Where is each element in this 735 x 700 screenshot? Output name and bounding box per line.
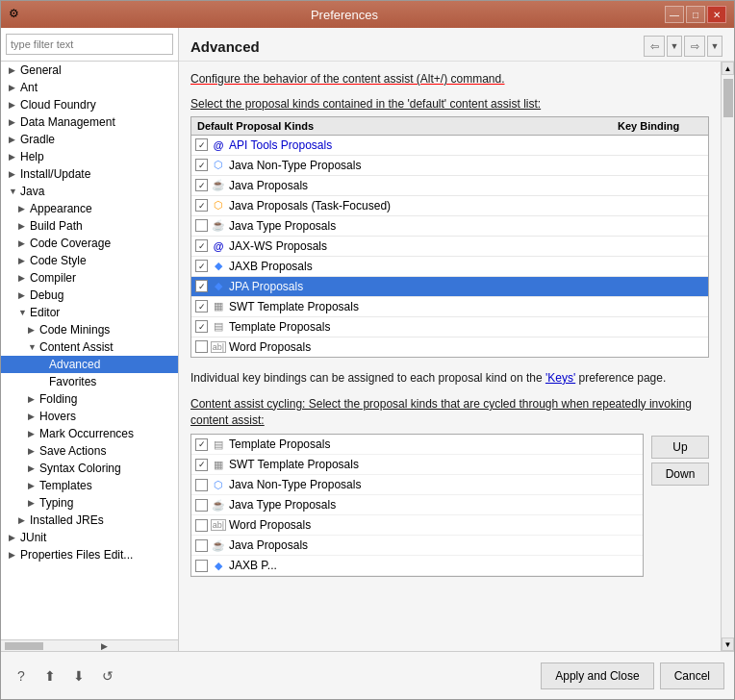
search-input[interactable] xyxy=(6,34,173,55)
sidebar-item-gradle[interactable]: ▶Gradle xyxy=(1,131,178,148)
sidebar-item-help[interactable]: ▶Help xyxy=(1,148,178,165)
sidebar-item-build-path[interactable]: ▶Build Path xyxy=(1,217,178,235)
table-row[interactable]: ▤Template Proposals xyxy=(191,317,708,338)
sidebar-item-syntax-coloring[interactable]: ▶Syntax Coloring xyxy=(1,460,178,477)
cycling-list-item[interactable]: ☕Java Type Proposals xyxy=(191,495,643,515)
back-button[interactable]: ⇦ xyxy=(644,36,665,57)
checkbox[interactable] xyxy=(195,340,208,353)
table-row[interactable]: ▦SWT Template Proposals xyxy=(191,297,708,317)
sidebar-item-appearance[interactable]: ▶Appearance xyxy=(1,200,178,217)
cycling-checkbox[interactable] xyxy=(195,499,208,512)
sidebar-label: Code Coverage xyxy=(30,237,111,250)
table-row[interactable]: ⬡Java Proposals (Task-Focused) xyxy=(191,196,708,216)
help-icon[interactable]: ? xyxy=(11,665,32,687)
minimize-button[interactable]: — xyxy=(665,6,684,23)
expand-icon: ▶ xyxy=(18,515,28,525)
keys-link[interactable]: 'Keys' xyxy=(545,371,575,385)
scroll-down-arrow[interactable]: ▼ xyxy=(722,638,734,651)
sidebar-item-save-actions[interactable]: ▶Save Actions xyxy=(1,442,178,460)
back-dropdown[interactable]: ▼ xyxy=(667,36,682,57)
table-row[interactable]: @API Tools Proposals xyxy=(191,136,708,156)
sidebar-item-install-update[interactable]: ▶Install/Update xyxy=(1,165,178,183)
cancel-button[interactable]: Cancel xyxy=(660,662,724,689)
sidebar-item-mark-occurrences[interactable]: ▶Mark Occurrences xyxy=(1,425,178,442)
export-icon[interactable]: ⬇ xyxy=(68,665,89,687)
sidebar-label: Installed JREs xyxy=(30,513,104,527)
forward-button[interactable]: ⇨ xyxy=(684,36,705,57)
checkbox[interactable] xyxy=(195,239,208,252)
cycling-list-item[interactable]: ⬡Java Non-Type Proposals xyxy=(191,475,643,495)
row-icon: ☕ xyxy=(211,218,226,234)
sidebar-item-editor[interactable]: ▼Editor xyxy=(1,304,178,321)
sidebar-item-code-coverage[interactable]: ▶Code Coverage xyxy=(1,235,178,252)
scrollbar-thumb[interactable] xyxy=(5,642,43,650)
sidebar-item-properties-files-editor[interactable]: ▶Properties Files Edit... xyxy=(1,546,178,563)
table-row[interactable]: @JAX-WS Proposals xyxy=(191,237,708,257)
sidebar-item-code-minings[interactable]: ▶Code Minings xyxy=(1,321,178,338)
cycling-row-icon: ▤ xyxy=(211,437,226,452)
sidebar-item-typing[interactable]: ▶Typing xyxy=(1,494,178,512)
expand-icon: ▶ xyxy=(9,135,18,144)
maximize-button[interactable]: □ xyxy=(686,6,705,23)
cycling-checkbox[interactable] xyxy=(195,479,208,491)
scroll-track[interactable] xyxy=(722,75,734,638)
sidebar-item-java[interactable]: ▼Java xyxy=(1,183,178,200)
cycling-checkbox[interactable] xyxy=(195,438,208,451)
row-label: Word Proposals xyxy=(229,340,311,354)
table-row[interactable]: ab|Word Proposals xyxy=(191,338,708,357)
row-icon: @ xyxy=(211,138,226,153)
checkbox[interactable] xyxy=(195,138,208,151)
cycling-list-item[interactable]: ▤Template Proposals xyxy=(191,435,643,455)
table-row[interactable]: ⬡Java Non-Type Proposals xyxy=(191,156,708,176)
sidebar-item-cloud-foundry[interactable]: ▶Cloud Foundry xyxy=(1,96,178,113)
cycling-list-item[interactable]: ab|Word Proposals xyxy=(191,515,643,536)
sidebar-item-installed-jres[interactable]: ▶Installed JREs xyxy=(1,512,178,529)
sidebar-item-debug[interactable]: ▶Debug xyxy=(1,287,178,304)
sidebar-item-ant[interactable]: ▶Ant xyxy=(1,79,178,96)
restore-icon[interactable]: ↺ xyxy=(97,665,118,687)
up-button[interactable]: Up xyxy=(651,436,709,459)
sidebar-item-templates[interactable]: ▶Templates xyxy=(1,477,178,494)
scroll-up-arrow[interactable]: ▲ xyxy=(722,62,734,75)
cycling-checkbox[interactable] xyxy=(195,519,208,532)
cycling-list-item[interactable]: ☕Java Proposals xyxy=(191,536,643,556)
sidebar-item-favorites[interactable]: Favorites xyxy=(1,373,178,390)
panel-header: Advanced ⇦ ▼ ⇨ ▼ xyxy=(179,28,734,62)
apply-close-button[interactable]: Apply and Close xyxy=(541,662,653,689)
checkbox[interactable] xyxy=(195,300,208,312)
sidebar-horizontal-scrollbar[interactable]: ▶ xyxy=(1,639,178,651)
bottom-bar: ? ⬆ ⬇ ↺ Apply and Close Cancel xyxy=(1,651,734,699)
down-button[interactable]: Down xyxy=(651,462,709,486)
checkbox[interactable] xyxy=(195,179,208,191)
cycling-row-icon: ◆ xyxy=(211,558,226,573)
app-icon: ⚙ xyxy=(9,7,24,22)
sidebar-item-content-assist[interactable]: ▼Content Assist xyxy=(1,338,178,356)
cycling-list-item[interactable]: ◆JAXB P... xyxy=(191,556,643,576)
table-row[interactable]: ☕Java Type Proposals xyxy=(191,216,708,237)
checkbox[interactable] xyxy=(195,280,208,292)
table-row[interactable]: ◆JAXB Proposals xyxy=(191,257,708,277)
sidebar-item-hovers[interactable]: ▶Hovers xyxy=(1,408,178,425)
table-row[interactable]: ◆JPA Proposals xyxy=(191,277,708,297)
sidebar-item-compiler[interactable]: ▶Compiler xyxy=(1,269,178,287)
close-button[interactable]: ✕ xyxy=(707,6,726,23)
table-row[interactable]: ☕Java Proposals xyxy=(191,176,708,196)
cycling-checkbox[interactable] xyxy=(195,560,208,572)
scroll-thumb[interactable] xyxy=(723,79,733,117)
sidebar-item-general[interactable]: ▶General xyxy=(1,62,178,79)
sidebar-item-data-management[interactable]: ▶Data Management xyxy=(1,113,178,131)
cycling-checkbox[interactable] xyxy=(195,459,208,471)
import-icon[interactable]: ⬆ xyxy=(39,665,61,687)
sidebar-item-code-style[interactable]: ▶Code Style xyxy=(1,252,178,269)
checkbox[interactable] xyxy=(195,199,208,212)
checkbox[interactable] xyxy=(195,260,208,272)
checkbox[interactable] xyxy=(195,320,208,333)
sidebar-item-junit[interactable]: ▶JUnit xyxy=(1,529,178,546)
sidebar-item-advanced[interactable]: Advanced xyxy=(1,356,178,373)
cycling-list-item[interactable]: ▦SWT Template Proposals xyxy=(191,455,643,475)
sidebar-item-folding[interactable]: ▶Folding xyxy=(1,390,178,408)
checkbox[interactable] xyxy=(195,219,208,232)
cycling-checkbox[interactable] xyxy=(195,539,208,552)
forward-dropdown[interactable]: ▼ xyxy=(707,36,722,57)
checkbox[interactable] xyxy=(195,159,208,171)
